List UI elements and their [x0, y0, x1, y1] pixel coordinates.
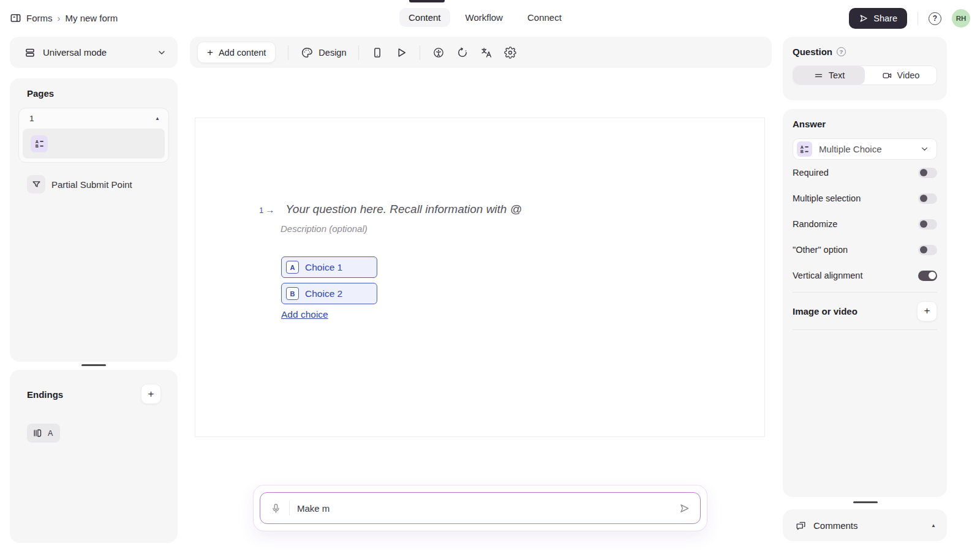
- tab-workflow[interactable]: Workflow: [456, 8, 512, 27]
- add-ending-button[interactable]: +: [141, 384, 161, 404]
- left-panel-resize-handle[interactable]: [81, 364, 106, 366]
- video-camera-icon: [882, 70, 892, 81]
- share-label: Share: [873, 13, 897, 23]
- toggle-row-multiple-selection: Multiple selection: [793, 185, 937, 211]
- partial-submit-label: Partial Submit Point: [51, 179, 132, 190]
- choice-option-b[interactable]: B Choice 2: [281, 283, 377, 304]
- microphone-icon[interactable]: [270, 503, 282, 514]
- toggle-row-randomize: Randomize: [793, 211, 937, 237]
- recall-loop-icon[interactable]: [456, 47, 469, 59]
- choice-key-badge: A: [286, 261, 299, 274]
- page-number: 1: [29, 114, 34, 123]
- required-toggle[interactable]: [918, 168, 937, 178]
- other-option-toggle[interactable]: [918, 245, 937, 255]
- translate-icon[interactable]: [480, 47, 492, 59]
- endings-panel: Endings + A: [10, 370, 178, 543]
- preview-icons: [371, 47, 407, 59]
- svg-text:B: B: [801, 149, 804, 154]
- settings-icons: [432, 47, 516, 59]
- toolbar-divider: [358, 45, 359, 60]
- chevron-down-icon: [920, 144, 929, 154]
- question-title-text: Question: [793, 47, 832, 57]
- input-divider: [289, 501, 290, 515]
- send-icon[interactable]: [679, 503, 690, 514]
- gear-icon[interactable]: [504, 47, 516, 59]
- main-nav-tabs: Content Workflow Connect: [399, 8, 571, 27]
- segment-text-label: Text: [829, 70, 845, 80]
- toolbar-divider: [420, 45, 420, 60]
- breadcrumb: Forms › My new form: [10, 12, 118, 24]
- question-block[interactable]: 1 → Your question here. Recall informati…: [259, 203, 522, 216]
- pages-title: Pages: [27, 88, 54, 99]
- breadcrumb-form-title[interactable]: My new form: [66, 13, 118, 23]
- chevron-down-icon: [157, 48, 167, 58]
- tab-content[interactable]: Content: [399, 8, 450, 27]
- vertical-alignment-toggle[interactable]: [918, 271, 937, 281]
- question-settings-card: Question ? Text Video: [783, 37, 947, 100]
- toggle-row-vertical-alignment: Vertical alignment: [793, 263, 937, 288]
- add-media-button[interactable]: +: [917, 301, 937, 321]
- image-or-video-row: Image or video +: [793, 296, 937, 326]
- comments-icon: [795, 520, 807, 531]
- design-label: Design: [318, 48, 346, 58]
- send-icon: [859, 13, 869, 23]
- preview-play-icon[interactable]: [395, 47, 407, 59]
- accessibility-icon[interactable]: [432, 47, 445, 59]
- add-choice-link[interactable]: Add choice: [281, 309, 328, 320]
- answer-type-value: Multiple Choice: [819, 144, 913, 154]
- ai-prompt-field[interactable]: [260, 492, 701, 524]
- page-group-header[interactable]: 1 ▲: [19, 108, 168, 129]
- active-tab-indicator: [409, 0, 445, 2]
- segment-text[interactable]: Text: [793, 66, 865, 84]
- multiple-selection-toggle[interactable]: [918, 193, 937, 204]
- right-panel-resize-handle[interactable]: [853, 501, 878, 503]
- segment-video[interactable]: Video: [865, 66, 937, 84]
- toggle-label: Required: [793, 168, 829, 178]
- mobile-preview-icon[interactable]: [371, 47, 383, 59]
- topbar-divider: [918, 12, 918, 25]
- avatar[interactable]: RH: [952, 9, 970, 28]
- design-button[interactable]: Design: [301, 47, 346, 59]
- randomize-toggle[interactable]: [918, 219, 937, 230]
- question-help-icon[interactable]: ?: [837, 47, 846, 56]
- funnel-icon: [27, 175, 45, 193]
- toggle-knob: [920, 246, 927, 253]
- choice-label[interactable]: Choice 1: [305, 262, 342, 273]
- toggle-row-other-option: "Other" option: [793, 237, 937, 263]
- ending-icon: [32, 428, 43, 438]
- text-lines-icon: [813, 70, 824, 81]
- question-arrow-icon: →: [265, 204, 274, 215]
- choice-key-badge: B: [286, 287, 299, 300]
- ai-prompt-input[interactable]: [297, 503, 671, 514]
- choice-label[interactable]: Choice 2: [305, 288, 342, 299]
- toggle-knob: [920, 220, 927, 228]
- breadcrumb-forms-link[interactable]: Forms: [26, 13, 53, 23]
- choice-option-a[interactable]: A Choice 1: [281, 256, 377, 278]
- page-item[interactable]: AB: [23, 129, 165, 159]
- mode-selector[interactable]: Universal mode: [10, 37, 178, 68]
- question-text-input[interactable]: Your question here. Recall information w…: [285, 203, 522, 216]
- editor-toolbar: + Add content Design: [190, 37, 772, 68]
- ending-item[interactable]: A: [27, 424, 60, 443]
- collapse-icon[interactable]: ▲: [931, 523, 936, 528]
- add-content-button[interactable]: + Add content: [197, 42, 276, 63]
- form-builder-app: Forms › My new form Content Workflow Con…: [0, 0, 980, 554]
- toggle-row-required: Required: [793, 160, 937, 185]
- collapse-icon[interactable]: ▲: [155, 116, 160, 121]
- question-number: 1: [259, 206, 263, 215]
- tab-connect[interactable]: Connect: [518, 8, 571, 27]
- question-description-input[interactable]: Description (optional): [281, 223, 368, 234]
- forms-logo-icon: [10, 12, 21, 24]
- palette-icon: [301, 47, 313, 59]
- page-group-card[interactable]: 1 ▲ AB: [18, 108, 169, 163]
- breadcrumb-separator: ›: [58, 13, 61, 23]
- answer-type-dropdown[interactable]: AB Multiple Choice: [793, 138, 937, 160]
- comments-label: Comments: [813, 520, 924, 531]
- comments-bar[interactable]: Comments ▲: [783, 509, 947, 541]
- toggle-knob: [920, 169, 927, 176]
- image-or-video-label: Image or video: [793, 306, 858, 316]
- share-button[interactable]: Share: [849, 8, 907, 29]
- help-icon[interactable]: ?: [929, 12, 941, 25]
- toggle-knob: [920, 195, 927, 202]
- partial-submit-point[interactable]: Partial Submit Point: [27, 175, 132, 193]
